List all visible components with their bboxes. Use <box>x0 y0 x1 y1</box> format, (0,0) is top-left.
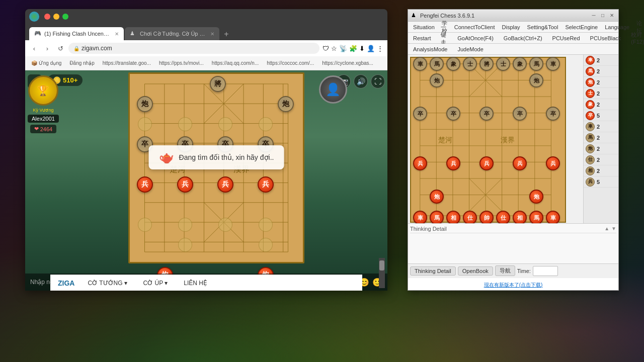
close-button[interactable] <box>44 14 50 20</box>
ep-black-horse-l[interactable]: 馬 <box>430 57 444 71</box>
menu-display[interactable]: Display <box>499 23 523 31</box>
ep-red-soldier-2[interactable]: 兵 <box>446 156 460 170</box>
bookmark-translate[interactable]: https://translate.goo... <box>100 59 154 67</box>
piece-red-soldier-2[interactable]: 兵 <box>177 176 193 193</box>
bookmark-cyclone[interactable]: https://cyclone.xgbas... <box>319 59 376 67</box>
btn-goatonce[interactable]: GoAtOnce(F4) <box>454 35 497 42</box>
address-field[interactable]: 🔒 zigavn.com <box>68 43 319 54</box>
ep-red-cannon-r[interactable]: 炮 <box>529 190 543 204</box>
ep-red-elephant-r[interactable]: 相 <box>513 211 527 223</box>
ep-black-cannon-l[interactable]: 炮 <box>430 73 444 87</box>
piece-red-soldier-1[interactable]: 兵 <box>137 176 153 193</box>
update-link[interactable]: 现在有新版本了(点击下载) <box>483 281 544 289</box>
ep-black-cannon-r[interactable]: 炮 <box>529 73 543 87</box>
btn-pc-red[interactable]: PCUseRed <box>549 35 583 42</box>
piece-red-soldier-4[interactable]: 兵 <box>258 176 274 193</box>
ep-black-chariot-l[interactable]: 車 <box>413 57 427 71</box>
menu-connect[interactable]: ConnectToClient <box>451 23 498 31</box>
tab-close-1[interactable]: ✕ <box>115 31 119 37</box>
extension-icon[interactable]: 🧩 <box>349 45 357 52</box>
ep-red-general[interactable]: 帥 <box>479 211 494 223</box>
ep-black-chariot-r[interactable]: 車 <box>546 57 560 71</box>
menu-situation[interactable]: Situation <box>410 23 438 31</box>
ep-red-horse-l[interactable]: 馬 <box>430 211 444 223</box>
ep-red-soldier-5[interactable]: 兵 <box>546 156 560 170</box>
maximize-button[interactable] <box>62 14 68 20</box>
ep-red-soldier-4[interactable]: 兵 <box>513 156 527 170</box>
bookmark-apps[interactable]: 📦 Ứng dụng <box>28 59 64 67</box>
engine-chess-board[interactable]: 楚河 漢界 車 馬 象 士 將 士 象 馬 車 炮 炮 卒 卒 卒 <box>410 57 566 223</box>
ep-red-cannon-l[interactable]: 炮 <box>430 190 444 204</box>
btn-goback[interactable]: GoBack(Ctrl+Z) <box>501 35 545 42</box>
nav-co-tuong[interactable]: CỜ TƯỚNG ▾ <box>85 278 130 289</box>
ep-red-advisor-l[interactable]: 仕 <box>463 211 477 223</box>
count-num-12: 5 <box>597 179 600 185</box>
account-icon[interactable]: 👤 <box>367 45 375 52</box>
piece-black-cannon-r[interactable]: 炮 <box>278 96 294 112</box>
bookmark-coccoc[interactable]: https://coccoc.com/... <box>264 59 317 67</box>
count-piece-red-4: 士 <box>586 89 595 98</box>
nav-lien-he[interactable]: LIÊN HỆ <box>181 278 210 289</box>
ep-red-chariot-r[interactable]: 車 <box>546 211 560 223</box>
tab-close-2[interactable]: ✕ <box>210 31 214 37</box>
btn-openbook[interactable]: OpenBook <box>458 266 493 276</box>
btn-pc-black[interactable]: PCUseBlack <box>587 35 624 42</box>
time-input[interactable] <box>533 266 558 276</box>
piece-black-general[interactable]: 將 <box>210 76 226 92</box>
piece-black-cannon-l[interactable]: 炮 <box>137 96 153 112</box>
ep-red-soldier-3[interactable]: 兵 <box>479 156 494 170</box>
ep-black-advisor-l[interactable]: 士 <box>463 57 477 71</box>
tab-choi-co-tuong[interactable]: ♟ Chơi Cờ Tướng. Cờ Úp c... ✕ <box>125 27 219 40</box>
ep-red-advisor-r[interactable]: 仕 <box>496 211 510 223</box>
refresh-button[interactable]: ↺ <box>55 43 65 53</box>
btn-restart[interactable]: Restart <box>410 35 434 42</box>
new-tab-button[interactable]: + <box>220 28 232 40</box>
cast-icon[interactable]: 📡 <box>339 45 347 52</box>
ep-red-elephant-l[interactable]: 相 <box>446 211 460 223</box>
btn-guide[interactable]: 导航 <box>495 265 515 276</box>
download-icon[interactable]: ⬇ <box>359 45 365 52</box>
menu-setting[interactable]: Setting&Tool <box>524 23 561 31</box>
back-nav-button[interactable]: ‹ <box>29 43 39 53</box>
piece-red-soldier-3[interactable]: 兵 <box>217 176 233 193</box>
bookmark-pps[interactable]: https://pps.tv/movi... <box>156 59 207 67</box>
ep-black-soldier-2[interactable]: 卒 <box>446 107 460 121</box>
minimize-button[interactable] <box>53 14 59 20</box>
ep-red-soldier-1[interactable]: 兵 <box>413 156 427 170</box>
btn-analysis[interactable]: AnalysisMode <box>410 46 450 53</box>
star-icon[interactable]: ☆ <box>331 45 337 52</box>
menu-icon[interactable]: ⋮ <box>377 45 383 52</box>
engine-maximize-button[interactable]: □ <box>599 12 606 19</box>
thinking-scroll-up[interactable]: ▲ <box>604 226 609 232</box>
engine-minimize-button[interactable]: ─ <box>590 12 597 19</box>
tab-fishing[interactable]: 🎮 (1) Fishing Clash Uncensored ✕ <box>29 27 124 40</box>
engine-close-button[interactable]: ✕ <box>608 12 615 19</box>
empty-position <box>259 218 273 232</box>
btn-f12[interactable]: 校对(F12) <box>628 31 644 45</box>
ep-black-soldier-4[interactable]: 卒 <box>513 107 527 121</box>
ep-red-horse-r[interactable]: 馬 <box>529 211 543 223</box>
ep-black-soldier-3[interactable]: 卒 <box>479 107 494 121</box>
btn-thinking-detail[interactable]: Thinking Detail <box>410 266 456 276</box>
chat-scrollbar[interactable] <box>379 258 385 288</box>
menu-language[interactable]: Language <box>602 23 632 31</box>
ep-black-horse-r[interactable]: 馬 <box>529 57 543 71</box>
shield-icon[interactable]: 🛡 <box>323 45 329 52</box>
chat-scroll-thumb[interactable] <box>379 260 384 270</box>
btn-judge[interactable]: JudeMode <box>454 46 486 53</box>
bookmark-login[interactable]: Đăng nhập <box>66 59 97 67</box>
ep-black-elephant-l[interactable]: 象 <box>446 57 460 71</box>
ep-red-chariot-l[interactable]: 車 <box>413 211 427 223</box>
ep-black-soldier-5[interactable]: 卒 <box>546 107 560 121</box>
ep-black-advisor-r[interactable]: 士 <box>496 57 510 71</box>
ep-black-general[interactable]: 將 <box>479 57 494 71</box>
menu-engine[interactable]: SelectEngine <box>562 23 601 31</box>
forward-nav-button[interactable]: › <box>42 43 52 53</box>
chess-board[interactable]: 楚河 漢界 將 炮 炮 卒 卒 卒 卒 帥 兵 兵 兵 兵 <box>128 72 304 263</box>
bookmark-qq[interactable]: https://aq.qq.com/n... <box>209 59 262 67</box>
ep-black-elephant-r[interactable]: 象 <box>513 57 527 71</box>
site-logo[interactable]: ZIGA <box>58 279 74 287</box>
thinking-scroll-down[interactable]: ▼ <box>611 226 616 232</box>
nav-co-up[interactable]: CỜ ÚP ▾ <box>140 278 171 289</box>
ep-black-soldier-1[interactable]: 卒 <box>413 107 427 121</box>
